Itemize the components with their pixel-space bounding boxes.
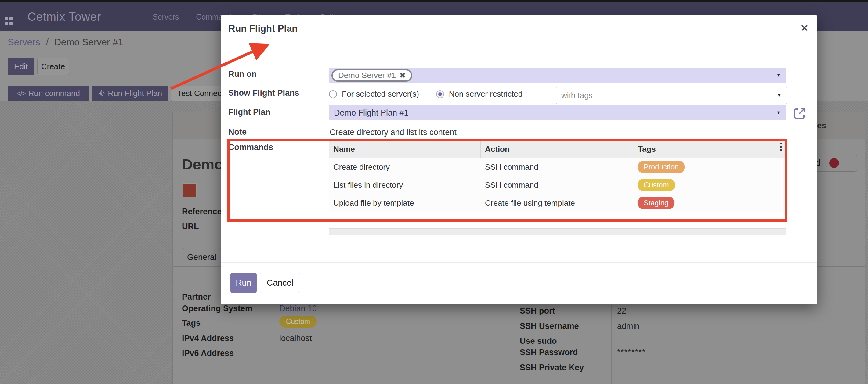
label-reference: Reference bbox=[182, 207, 222, 216]
tag-badge: Production bbox=[638, 161, 685, 173]
cancel-button[interactable]: Cancel bbox=[260, 273, 300, 293]
run-flight-plan-button[interactable]: ✈ Run Flight Plan bbox=[92, 86, 168, 101]
label-run-on: Run on bbox=[228, 69, 257, 79]
run-button[interactable]: Run bbox=[230, 273, 257, 293]
table-row[interactable]: Upload file by template Create file usin… bbox=[329, 194, 786, 212]
remove-tag-icon[interactable]: ✖ bbox=[400, 71, 405, 79]
label-show-flight-plans: Show Flight Plans bbox=[228, 89, 300, 98]
radio-label[interactable]: Non server restricted bbox=[449, 89, 523, 99]
table-row[interactable]: List files in directory SSH command Cust… bbox=[329, 176, 786, 194]
server-tag: Demo Server #1 ✖ bbox=[332, 69, 412, 82]
label-flight-plan: Flight Plan bbox=[228, 108, 271, 117]
breadcrumb: Servers / Demo Server #1 bbox=[8, 37, 123, 48]
show-flight-plans-radios: For selected server(s) Non server restri… bbox=[329, 89, 535, 99]
label-partner: Partner bbox=[182, 292, 211, 302]
app-brand[interactable]: Cetmix Tower bbox=[28, 2, 101, 31]
divider bbox=[221, 43, 817, 44]
value-ssh-username: admin bbox=[617, 321, 640, 331]
nav-item-servers[interactable]: Servers bbox=[153, 12, 179, 21]
apps-grid-icon[interactable] bbox=[5, 17, 13, 25]
label-commands: Commands bbox=[228, 143, 273, 152]
value-ssh-port: 22 bbox=[617, 306, 626, 316]
label-ipv4: IPv4 Address bbox=[182, 334, 234, 343]
close-icon[interactable]: ✕ bbox=[800, 22, 809, 34]
commands-table: Name Action Tags Create directory SSH co… bbox=[329, 140, 786, 212]
radio-label[interactable]: For selected server(s) bbox=[342, 89, 419, 99]
run-on-field[interactable]: Demo Server #1 ✖ ▼ bbox=[329, 68, 786, 83]
label-ssh-port: SSH port bbox=[520, 306, 555, 316]
col-action[interactable]: Action bbox=[481, 140, 634, 158]
flight-plan-select[interactable]: Demo Flight Plan #1 ▼ bbox=[329, 105, 786, 120]
horizontal-scrollbar[interactable] bbox=[329, 228, 786, 235]
label-ssh-username: SSH Username bbox=[520, 321, 579, 331]
breadcrumb-current: Demo Server #1 bbox=[54, 37, 123, 47]
chevron-down-icon: ▼ bbox=[776, 110, 781, 115]
divider bbox=[324, 52, 324, 244]
divider bbox=[611, 305, 612, 384]
screen: Cetmix Tower Servers Commands Files Tool… bbox=[0, 0, 868, 384]
tag-custom[interactable]: Custom bbox=[279, 316, 317, 327]
with-tags-select[interactable]: with tags ▼ bbox=[556, 87, 787, 104]
label-ipv6: IPv6 Address bbox=[182, 349, 234, 358]
chevron-down-icon[interactable]: ▼ bbox=[776, 73, 781, 78]
radio-for-selected-servers[interactable] bbox=[329, 90, 337, 98]
radio-non-server-restricted[interactable] bbox=[436, 90, 444, 98]
create-button[interactable]: Create bbox=[37, 58, 69, 75]
code-icon: </> bbox=[17, 89, 25, 98]
divider bbox=[221, 263, 817, 263]
note-value: Create directory and list its content bbox=[330, 128, 457, 137]
run-flight-plan-dialog: Run Flight Plan ✕ Run on Demo Server #1 … bbox=[221, 15, 817, 304]
top-strip bbox=[0, 0, 868, 2]
breadcrumb-servers-link[interactable]: Servers bbox=[8, 37, 40, 47]
edit-button[interactable]: Edit bbox=[8, 58, 34, 75]
label-use-sudo: Use sudo bbox=[520, 337, 557, 346]
tag-badge: Custom bbox=[638, 179, 675, 191]
label-tags: Tags bbox=[182, 318, 200, 328]
col-name[interactable]: Name bbox=[329, 140, 481, 158]
tab-general[interactable]: General bbox=[183, 248, 221, 266]
label-ssh-private-key: SSH Private Key bbox=[520, 363, 584, 373]
kebab-menu-icon[interactable] bbox=[780, 143, 782, 151]
value-ssh-password: ******** bbox=[617, 348, 646, 357]
value-operating-system[interactable]: Debian 10 bbox=[279, 304, 317, 313]
label-url: URL bbox=[182, 222, 199, 231]
tag-badge: Staging bbox=[638, 197, 674, 209]
run-command-button[interactable]: </> Run command bbox=[8, 86, 89, 101]
plane-icon: ✈ bbox=[97, 88, 106, 99]
label-operating-system: Operating System bbox=[182, 304, 252, 313]
col-tags[interactable]: Tags bbox=[634, 144, 786, 154]
dialog-title: Run Flight Plan bbox=[228, 23, 298, 34]
color-swatch[interactable] bbox=[183, 183, 197, 197]
label-ssh-password: SSH Password bbox=[520, 348, 578, 357]
value-ipv4: localhost bbox=[279, 334, 312, 343]
breadcrumb-separator: / bbox=[46, 37, 49, 47]
chevron-down-icon: ▼ bbox=[777, 93, 782, 98]
table-row[interactable]: Create directory SSH command Production bbox=[329, 158, 786, 176]
external-link-icon[interactable] bbox=[793, 107, 806, 120]
test-connection-button[interactable]: Test Connec bbox=[171, 86, 225, 101]
server-title: Demo bbox=[182, 156, 223, 173]
table-header: Name Action Tags bbox=[329, 140, 786, 158]
status-dot-icon bbox=[829, 158, 839, 168]
label-note: Note bbox=[228, 128, 247, 137]
header-text-fragment[interactable]: es bbox=[817, 121, 826, 131]
